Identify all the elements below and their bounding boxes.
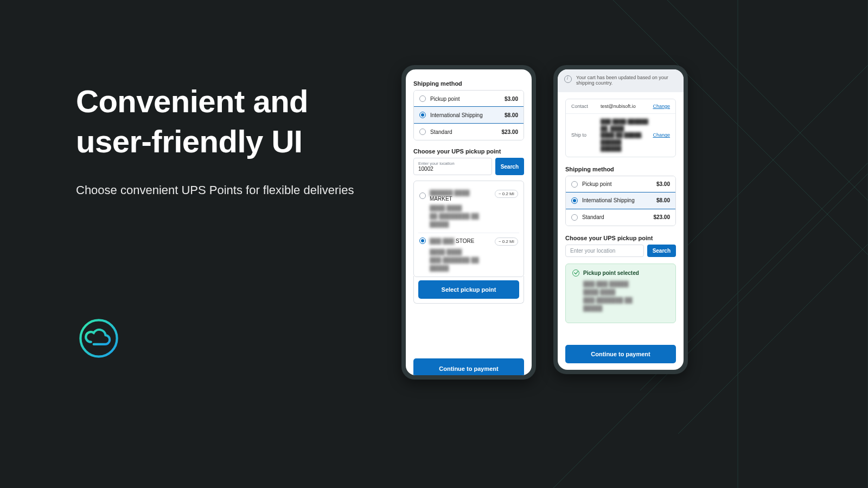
distance-chip: ~ 0.2 MI: [495, 237, 518, 246]
shipping-option-label: International Shipping: [582, 197, 635, 203]
radio-icon: [419, 237, 426, 244]
shipping-price: $23.00: [653, 214, 670, 220]
contact-value: test@nubisoft.io: [597, 104, 653, 109]
continue-button[interactable]: Continue to payment: [565, 345, 676, 363]
shipto-value: ███ ████ ██████ ██, ████████ ██ █████, █…: [597, 118, 653, 152]
input-placeholder: Enter your location: [570, 248, 639, 254]
shipping-price: $3.00: [505, 96, 518, 102]
distance-chip: ~ 0.2 MI: [495, 190, 518, 198]
selected-address: ███ ███ █████████ ███████ ███████ ██████…: [572, 280, 669, 312]
pickup-point-item[interactable]: ██████ ████ MARKET ~ 0.2 MI ████ ██████ …: [418, 185, 519, 233]
radio-icon: [419, 112, 426, 118]
choose-pickup-title: Choose your UPS pickup point: [413, 148, 524, 155]
input-value: 10002: [418, 166, 487, 172]
pickup-point-address: ████ ██████ ████████ ███████: [419, 204, 518, 228]
shipping-option-label: Pickup point: [582, 181, 611, 187]
radio-icon: [419, 129, 426, 135]
change-shipto-link[interactable]: Change: [653, 132, 670, 138]
continue-button[interactable]: Continue to payment: [413, 358, 524, 375]
pickup-point-item[interactable]: ███ ███ STORE ~ 0.2 MI ████ ███████ ████…: [418, 233, 519, 277]
search-button[interactable]: Search: [495, 158, 524, 175]
svg-line-1: [667, 0, 868, 201]
shipping-option-label: Standard: [582, 214, 604, 220]
radio-icon: [419, 95, 426, 102]
pickup-point-list: ██████ ████ MARKET ~ 0.2 MI ████ ██████ …: [413, 181, 524, 277]
pickup-point-name: MARKET: [430, 196, 452, 202]
hero-subtitle: Choose convenient UPS Points for flexibl…: [76, 181, 380, 200]
shipping-option-label: Standard: [430, 129, 452, 135]
shipping-price: $8.00: [505, 112, 518, 118]
shipping-method-list: Pickup point $3.00 International Shippin…: [413, 90, 524, 140]
contact-label: Contact: [571, 104, 597, 109]
shipping-option-pickup[interactable]: Pickup point $3.00: [414, 91, 524, 107]
shipping-option-standard[interactable]: Standard $23.00: [414, 123, 524, 140]
shipping-price: $3.00: [656, 181, 670, 187]
location-input[interactable]: Enter your location 10002: [413, 158, 492, 175]
shipping-option-label: Pickup point: [430, 96, 459, 102]
location-input[interactable]: Enter your location: [565, 245, 644, 257]
radio-icon: [571, 181, 578, 188]
pickup-selected-label: Pickup point selected: [583, 270, 639, 276]
svg-line-4: [678, 244, 868, 434]
shipping-option-intl[interactable]: International Shipping $8.00: [565, 192, 676, 209]
check-icon: [572, 269, 579, 277]
shipping-option-pickup[interactable]: Pickup point $3.00: [566, 176, 675, 192]
banner-text: Your cart has been updated based on your…: [576, 75, 677, 86]
shipping-method-title: Shipping method: [413, 80, 524, 87]
shipping-price: $23.00: [501, 129, 518, 135]
shipping-method-title: Shipping method: [565, 166, 676, 172]
shipto-row: Ship to ███ ████ ██████ ██, ████████ ██ …: [566, 113, 675, 157]
shipto-label: Ship to: [571, 132, 597, 138]
shipping-option-intl[interactable]: International Shipping $8.00: [413, 106, 524, 124]
order-info: Contact test@nubisoft.io Change Ship to …: [565, 99, 676, 157]
pickup-point-name: STORE: [456, 238, 474, 244]
shipping-price: $8.00: [656, 197, 670, 203]
info-icon: [564, 75, 572, 83]
change-contact-link[interactable]: Change: [653, 104, 670, 109]
pickup-selected-box: Pickup point selected ███ ███ █████████ …: [565, 264, 676, 323]
phone-mockup-a: Shipping method Pickup point $3.00 Inter…: [401, 65, 536, 380]
select-pickup-button[interactable]: Select pickup point: [418, 280, 519, 299]
input-label: Enter your location: [418, 161, 487, 166]
phone-mockup-b: Your cart has been updated based on your…: [553, 65, 688, 374]
search-button[interactable]: Search: [647, 245, 676, 257]
hero-title: Convenient and user-friendly UI: [76, 81, 380, 162]
radio-icon: [571, 214, 578, 221]
shipping-method-list: Pickup point $3.00 International Shippin…: [565, 176, 676, 226]
radio-icon: [419, 192, 426, 199]
radio-icon: [571, 197, 578, 204]
shipping-option-standard[interactable]: Standard $23.00: [566, 209, 675, 226]
brand-logo: [76, 316, 122, 363]
contact-row: Contact test@nubisoft.io Change: [566, 99, 675, 113]
info-banner: Your cart has been updated based on your…: [558, 69, 684, 92]
shipping-option-label: International Shipping: [430, 112, 483, 118]
pickup-point-address: ████ ███████ ███████ ███████: [419, 248, 518, 272]
choose-pickup-title: Choose your UPS pickup point: [565, 235, 676, 241]
